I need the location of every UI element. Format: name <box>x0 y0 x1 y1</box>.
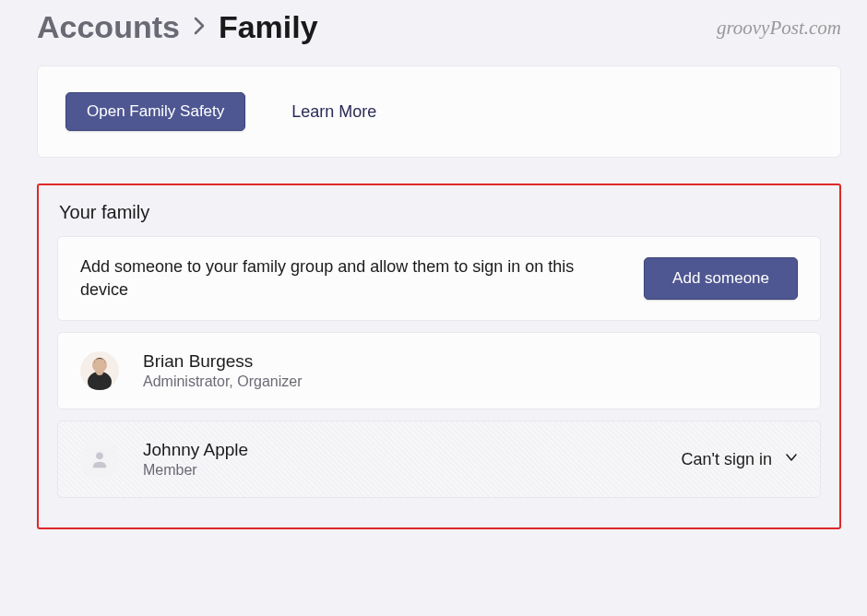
family-member-row[interactable]: Brian Burgess Administrator, Organizer <box>57 332 821 409</box>
member-name: Brian Burgess <box>143 351 303 372</box>
chevron-down-icon[interactable] <box>785 451 798 468</box>
learn-more-link[interactable]: Learn More <box>291 102 376 122</box>
add-someone-button[interactable]: Add someone <box>644 257 798 300</box>
member-status: Can't sign in <box>682 450 773 469</box>
add-someone-row: Add someone to your family group and all… <box>57 236 821 321</box>
family-member-row[interactable]: Johnny Apple Member Can't sign in <box>57 421 821 498</box>
svg-point-3 <box>96 368 103 375</box>
breadcrumb-parent[interactable]: Accounts <box>37 9 180 45</box>
member-role: Administrator, Organizer <box>143 373 303 390</box>
your-family-section: Your family Add someone to your family g… <box>37 184 841 529</box>
avatar-placeholder-icon <box>80 440 119 479</box>
avatar <box>80 351 119 390</box>
section-title: Your family <box>57 202 821 223</box>
member-name: Johnny Apple <box>143 440 248 460</box>
watermark-text: groovyPost.com <box>717 17 841 40</box>
breadcrumb-current: Family <box>219 9 318 45</box>
family-safety-card: Open Family Safety Learn More <box>37 65 841 158</box>
add-someone-description: Add someone to your family group and all… <box>80 255 597 302</box>
chevron-right-icon <box>193 15 206 41</box>
member-role: Member <box>143 462 248 479</box>
svg-point-4 <box>96 453 103 460</box>
open-family-safety-button[interactable]: Open Family Safety <box>65 92 245 131</box>
